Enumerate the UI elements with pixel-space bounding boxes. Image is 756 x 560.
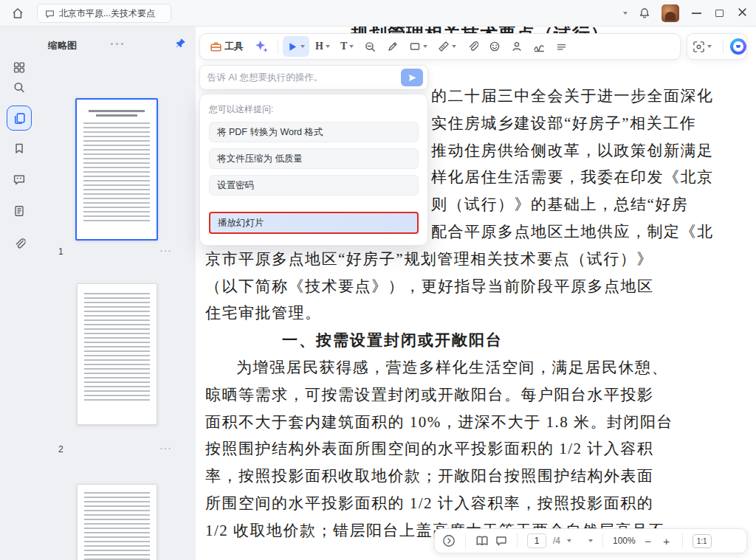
doc-line: 晾晒等需求，可按需设置封闭或开敞阳台。每户阳台水平投影 bbox=[205, 381, 735, 409]
pen-icon bbox=[387, 41, 399, 52]
text-label: T bbox=[340, 41, 347, 52]
zoom-out-tool-button[interactable] bbox=[360, 36, 381, 57]
heading-tool-button[interactable]: H bbox=[311, 36, 334, 57]
comment-icon[interactable] bbox=[495, 535, 507, 547]
sidebar-item-bookmarks[interactable] bbox=[13, 142, 25, 157]
view-mode-dropdown-icon[interactable] bbox=[588, 539, 593, 542]
shape-icon bbox=[409, 41, 421, 52]
zoom-out-button[interactable]: − bbox=[642, 535, 654, 547]
sign-person-icon bbox=[511, 41, 523, 52]
ai-logo-button[interactable] bbox=[730, 38, 746, 55]
book-icon[interactable] bbox=[475, 534, 489, 547]
ai-assistant-button[interactable] bbox=[250, 36, 273, 57]
maximize-icon bbox=[715, 10, 724, 17]
page-row-2: 2 ··· bbox=[38, 444, 196, 457]
attach-tool-button[interactable] bbox=[462, 36, 483, 57]
doc-line: 京市平原多点地区“好房子”规划管理相关技术要点（试行）》 bbox=[205, 246, 735, 273]
titlebar: 北京市平原...关技术要点 bbox=[0, 0, 756, 27]
avatar[interactable] bbox=[662, 4, 679, 22]
titlebar-right bbox=[623, 0, 749, 27]
suggestion-item-play-slideshow[interactable]: 播放幻灯片 bbox=[209, 212, 419, 234]
zoom-level[interactable]: 100% bbox=[613, 536, 636, 546]
ai-prompt-bar bbox=[199, 65, 428, 90]
sign-person-tool-button[interactable] bbox=[506, 36, 527, 57]
doc-line: 住宅审批管理。 bbox=[205, 300, 735, 327]
suggestion-item-set-password[interactable]: 设置密码 bbox=[209, 175, 419, 196]
actual-size-button[interactable]: 1:1 bbox=[693, 534, 712, 548]
minimize-icon bbox=[692, 13, 701, 14]
document-tab[interactable]: 北京市平原...关技术要点 bbox=[37, 4, 171, 23]
sidebar-item-comments[interactable] bbox=[13, 173, 26, 189]
comment-icon bbox=[13, 173, 26, 186]
pin-icon[interactable] bbox=[175, 38, 186, 52]
thumbnail-panel: 缩略图 1 ··· 2 ··· bbox=[38, 27, 196, 560]
tools-label: 工具 bbox=[224, 40, 244, 53]
toolbar-divider bbox=[723, 39, 724, 54]
send-icon bbox=[408, 73, 417, 83]
search-icon bbox=[13, 81, 26, 94]
apps-button[interactable] bbox=[13, 61, 26, 77]
minimize-button[interactable] bbox=[690, 8, 703, 18]
thumb-fake-text bbox=[84, 492, 150, 560]
screenshot-button[interactable] bbox=[688, 36, 716, 57]
ai-prompt-input[interactable] bbox=[207, 72, 401, 83]
tools-button[interactable]: 工具 bbox=[205, 36, 248, 57]
page-total: /4 bbox=[553, 536, 560, 546]
select-tool-button[interactable] bbox=[283, 36, 309, 57]
bell-icon[interactable] bbox=[639, 7, 650, 19]
shape-tool-button[interactable] bbox=[405, 36, 432, 57]
sidebar-item-pages[interactable] bbox=[13, 205, 25, 220]
sidebar-item-attachments[interactable] bbox=[13, 238, 26, 253]
zoom-in-button[interactable]: + bbox=[661, 535, 673, 547]
panel-title: 缩略图 bbox=[48, 39, 77, 52]
screenshot-icon bbox=[693, 41, 705, 53]
page-menu-button[interactable]: ··· bbox=[159, 244, 172, 256]
sticker-icon bbox=[489, 41, 501, 52]
home-icon bbox=[11, 7, 24, 20]
paperclip-icon bbox=[467, 41, 478, 52]
chevron-right-circle-icon[interactable] bbox=[442, 534, 456, 547]
send-button[interactable] bbox=[401, 69, 423, 86]
grid-icon bbox=[13, 61, 26, 74]
sticker-tool-button[interactable] bbox=[484, 36, 505, 57]
chevron-down-icon bbox=[452, 45, 456, 48]
page-thumbnail-2[interactable] bbox=[77, 283, 157, 425]
doc-line: （以下简称《技术要点》），更好指导当前阶段平原多点地区 bbox=[205, 273, 735, 300]
statusbar-divider bbox=[517, 533, 518, 548]
doc-line: 面积不大于套内建筑面积的 10%，进深不大于 1.8 米。封闭阳台 bbox=[205, 409, 735, 436]
signature-icon bbox=[533, 41, 546, 53]
page-thumbnail-3[interactable] bbox=[77, 484, 157, 560]
app-window: 北京市平原...关技术要点 bbox=[0, 0, 756, 560]
document-icon bbox=[13, 205, 25, 217]
maximize-button[interactable] bbox=[714, 7, 725, 19]
close-icon bbox=[738, 7, 747, 17]
home-button[interactable] bbox=[9, 5, 27, 21]
search-button[interactable] bbox=[13, 81, 26, 97]
thumb-fake-title2 bbox=[96, 114, 137, 117]
signature-tool-button[interactable] bbox=[529, 36, 550, 57]
close-button[interactable] bbox=[736, 5, 749, 21]
page-dropdown-icon[interactable] bbox=[567, 539, 571, 542]
suggestion-item-convert-word[interactable]: 将 PDF 转换为 Word 格式 bbox=[209, 122, 419, 142]
page-menu-button[interactable]: ··· bbox=[159, 442, 172, 454]
page-thumbnail-1[interactable] bbox=[75, 98, 158, 241]
chevron-down-icon bbox=[300, 45, 305, 48]
page-number: 1 bbox=[58, 246, 63, 257]
statusbar-divider bbox=[602, 533, 603, 548]
thumb-fake-text bbox=[84, 293, 150, 404]
chevron-down-icon bbox=[423, 45, 427, 48]
drag-handle[interactable] bbox=[109, 41, 126, 47]
suggestions-hint: 您可以这样提问: bbox=[209, 103, 419, 116]
chevron-down-icon[interactable] bbox=[623, 12, 628, 15]
sidebar-item-thumbnails[interactable] bbox=[7, 106, 32, 131]
pen-tool-button[interactable] bbox=[382, 36, 403, 57]
page-number-input[interactable]: 1 bbox=[527, 533, 546, 548]
text-tool-button[interactable]: T bbox=[336, 36, 358, 57]
toolbox-icon bbox=[210, 41, 222, 53]
thumbnail-panel-header: 缩略图 bbox=[38, 37, 196, 55]
page-row-1: 1 ··· bbox=[38, 246, 196, 260]
more-tools-button[interactable] bbox=[551, 36, 571, 57]
measure-tool-button[interactable] bbox=[433, 36, 461, 57]
chevron-down-icon bbox=[707, 45, 712, 48]
suggestion-item-compress[interactable]: 将文件压缩为 低质量 bbox=[209, 148, 419, 169]
